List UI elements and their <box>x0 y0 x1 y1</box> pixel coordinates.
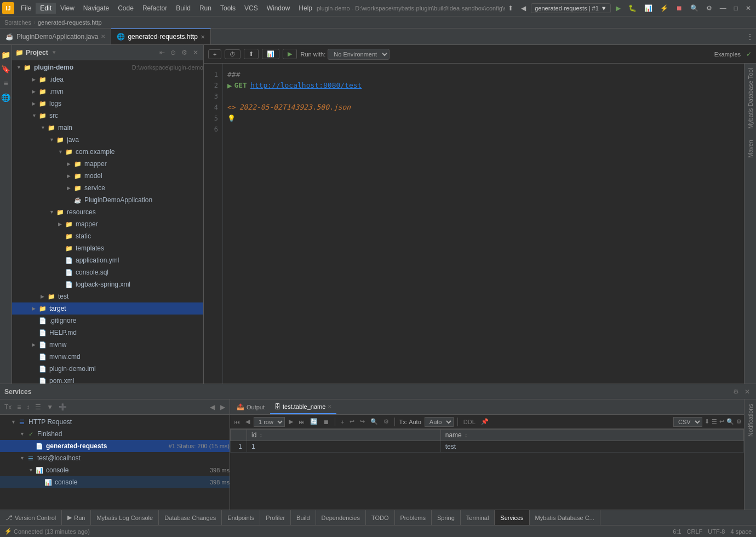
export-options-button[interactable]: ☰ <box>712 418 717 425</box>
menu-refactor[interactable]: Refactor <box>138 3 171 14</box>
bottom-tab-mybatis[interactable]: Mybatis Log Console <box>91 510 159 525</box>
tree-item-mvn[interactable]: ▶ 📁 .mvn <box>12 85 203 98</box>
menu-run[interactable]: Run <box>195 3 216 14</box>
tx-mode-select[interactable]: Auto <box>425 417 454 427</box>
http-env-select[interactable]: No Environment <box>328 49 390 60</box>
tree-item-mapper[interactable]: ▶ 📁 mapper <box>12 158 203 170</box>
http-add-button[interactable]: + <box>208 49 221 59</box>
http-run-inline-button[interactable]: ▶ <box>227 80 232 91</box>
results-rows-select[interactable]: 1 row <box>254 417 285 427</box>
recent-files-button[interactable]: ⋮ <box>744 32 756 42</box>
services-filter-button[interactable]: ▼ <box>44 402 55 412</box>
mybatis-db-tool-label[interactable]: Mybatis Database Tool <box>747 68 754 129</box>
vcs-update-button[interactable]: ⬆ <box>505 3 516 13</box>
menu-window[interactable]: Window <box>262 3 295 14</box>
http-history-button[interactable]: ⏱ <box>225 49 240 59</box>
services-back-button[interactable]: ◀ <box>208 402 217 412</box>
results-next-button[interactable]: ▶ <box>287 418 295 426</box>
ddl-button[interactable]: DDL <box>462 418 477 426</box>
results-prev-button[interactable]: ◀ <box>244 418 251 426</box>
tree-item-root[interactable]: ▼ 📁 plugin-demo D:\workspace\plugin-demo <box>12 61 203 73</box>
tab-generated-close[interactable]: ✕ <box>201 34 205 40</box>
results-undo-button[interactable]: ↩ <box>348 418 356 426</box>
bottom-tab-todo[interactable]: TODO <box>366 510 395 525</box>
table-row[interactable]: 1 1 test <box>231 441 744 453</box>
project-icon[interactable]: 📁 <box>0 49 12 60</box>
tree-item-pomxml[interactable]: ▶ 📄 pom.xml <box>12 375 203 384</box>
menu-edit[interactable]: Edit <box>36 3 56 14</box>
services-log-button[interactable]: ≡ <box>15 402 23 412</box>
tree-item-service[interactable]: ▶ 📁 service <box>12 182 203 194</box>
col-name-header[interactable]: name ↕ <box>440 430 743 441</box>
maven-label[interactable]: Maven <box>747 140 754 158</box>
menu-tools[interactable]: Tools <box>216 3 240 14</box>
code-content[interactable]: ### ▶ GET http://localhost:8080/test <> <box>223 64 744 384</box>
maximize-button[interactable]: □ <box>731 3 741 13</box>
output-tab-output[interactable]: 📤 Output <box>232 399 269 414</box>
menu-vcs[interactable]: VCS <box>240 3 262 14</box>
services-item-generated-requests[interactable]: ▶ 📄 generated-requests #1 Status: 200 (1… <box>0 440 230 452</box>
status-indent[interactable]: 4 space <box>730 528 752 535</box>
tree-item-mvnwcmd[interactable]: ▶ 📄 mvnw.cmd <box>12 351 203 363</box>
services-settings-button[interactable]: ⚙ <box>731 387 741 396</box>
tree-item-appyml[interactable]: ▶ 📄 application.yml <box>12 254 203 266</box>
export-undo-button[interactable]: ↩ <box>719 418 724 425</box>
export-settings-button[interactable]: ⚙ <box>736 418 742 425</box>
services-item-http[interactable]: ▼ ☰ HTTP Request <box>0 416 230 428</box>
services-item-console2[interactable]: ▶ 📊 console 398 ms <box>0 476 230 488</box>
tree-item-logbackxml[interactable]: ▶ 📄 logback-spring.xml <box>12 278 203 290</box>
menu-build[interactable]: Build <box>171 3 195 14</box>
services-item-finished[interactable]: ▼ ✓ Finished <box>0 428 230 440</box>
tree-item-resources[interactable]: ▼ 📁 resources <box>12 206 203 218</box>
export-format-select[interactable]: CSV <box>673 417 702 427</box>
tree-item-plugindemo[interactable]: ▶ ☕ PluginDemoApplication <box>12 194 203 206</box>
code-editor[interactable]: 1 2 3 4 5 6 ### ▶ GET <box>204 64 744 384</box>
http-stats-button[interactable]: 📊 <box>262 49 279 59</box>
tree-item-java[interactable]: ▼ 📁 java <box>12 134 203 146</box>
menu-help[interactable]: Help <box>294 3 317 14</box>
tree-item-idea[interactable]: ▶ 📁 .idea <box>12 73 203 85</box>
bottom-tab-build[interactable]: Build <box>291 510 316 525</box>
project-tree[interactable]: ▼ 📁 plugin-demo D:\workspace\plugin-demo… <box>12 60 203 384</box>
tree-item-model[interactable]: ▶ 📁 model <box>12 170 203 182</box>
output-tab-table-close[interactable]: ✕ <box>328 404 332 409</box>
results-stop-button[interactable]: ⏹ <box>322 418 331 426</box>
col-id-sort[interactable]: ↕ <box>260 432 262 438</box>
col-id-header[interactable]: id ↕ <box>247 430 441 441</box>
services-add-button[interactable]: ➕ <box>56 402 69 412</box>
status-position[interactable]: 6:1 <box>673 528 681 535</box>
coverage-button[interactable]: 📊 <box>642 3 655 13</box>
services-group-button[interactable]: ☰ <box>33 402 43 412</box>
bottom-tab-problems[interactable]: Problems <box>395 510 432 525</box>
results-last-button[interactable]: ⏭ <box>297 418 306 426</box>
stop-button[interactable]: ⏹ <box>673 3 685 13</box>
menu-view[interactable]: View <box>56 3 79 14</box>
services-sort-button[interactable]: ↕ <box>24 402 32 412</box>
services-item-testlocalhost[interactable]: ▼ ☰ test@localhost <box>0 452 230 464</box>
results-refresh-button[interactable]: 🔄 <box>308 418 319 426</box>
export-search-button[interactable]: 🔍 <box>726 418 734 425</box>
vcs-back-button[interactable]: ◀ <box>518 3 529 13</box>
bottom-tab-deps[interactable]: Dependencies <box>316 510 366 525</box>
results-first-button[interactable]: ⏮ <box>232 418 242 426</box>
web-icon[interactable]: 🌐 <box>0 92 12 103</box>
tree-item-plugindemoiml[interactable]: ▶ 📄 plugin-demo.iml <box>12 363 203 375</box>
notifications-label[interactable]: Notifications <box>747 404 754 437</box>
results-search-button[interactable]: 🔍 <box>369 418 380 426</box>
results-redo-button[interactable]: ↪ <box>358 418 366 426</box>
tab-plugindemo[interactable]: ☕ PluginDemoApplication.java ✕ <box>0 28 111 44</box>
code-url[interactable]: http://localhost:8080/test <box>250 80 362 91</box>
panel-settings[interactable]: ⚙ <box>180 48 189 57</box>
results-settings-button[interactable]: ⚙ <box>382 418 391 426</box>
bottom-tab-spring[interactable]: Spring <box>432 510 461 525</box>
bulb-icon[interactable]: 💡 <box>227 113 236 124</box>
tree-item-mapper2[interactable]: ▶ 📁 mapper <box>12 218 203 230</box>
bottom-tab-db-changes[interactable]: Database Changes <box>159 510 222 525</box>
tree-item-helpmd[interactable]: ▶ 📄 HELP.md <box>12 327 203 339</box>
bottom-tab-endpoints[interactable]: Endpoints <box>222 510 260 525</box>
tree-item-main[interactable]: ▼ 📁 main <box>12 122 203 134</box>
run-button[interactable]: ▶ <box>613 3 623 13</box>
profile-button[interactable]: ⚡ <box>657 3 671 13</box>
panel-collapse-all[interactable]: ⇤ <box>158 48 167 57</box>
bottom-tab-services[interactable]: Services <box>495 510 529 525</box>
